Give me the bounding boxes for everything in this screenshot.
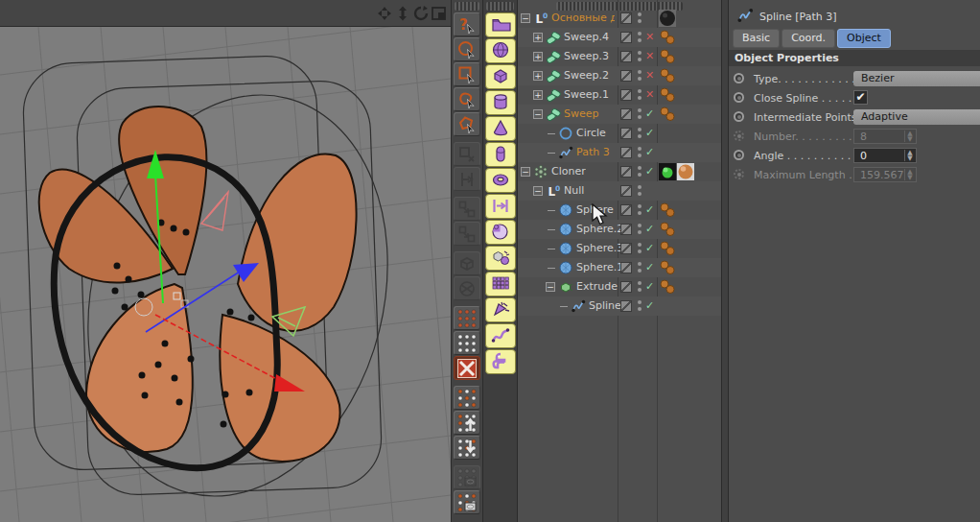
panel-splitter[interactable] xyxy=(721,0,729,522)
disabled-x-icon[interactable]: ✕ xyxy=(645,88,654,101)
visibility-dots-icon[interactable] xyxy=(638,12,642,24)
help-tool[interactable]: ? xyxy=(454,12,480,36)
visibility-dots-icon[interactable] xyxy=(638,70,642,82)
workplane-mode-tool[interactable] xyxy=(454,386,480,410)
points-mode-tool[interactable] xyxy=(454,306,480,330)
expand-toggle-icon[interactable]: − xyxy=(533,186,543,196)
object-label[interactable]: Spline xyxy=(589,299,621,312)
tab-object[interactable]: Object xyxy=(837,29,891,48)
adaptive-dropdown[interactable]: Adaptive xyxy=(853,109,980,125)
layer-toggle-icon[interactable] xyxy=(620,70,632,82)
viewport-canvas[interactable] xyxy=(0,27,451,522)
enabled-check-icon[interactable]: ✓ xyxy=(645,299,654,312)
visibility-dots-icon[interactable] xyxy=(638,224,642,235)
expand-toggle-icon[interactable]: + xyxy=(533,52,543,61)
visibility-dots-icon[interactable] xyxy=(638,32,642,43)
visibility-dots-icon[interactable] xyxy=(638,89,642,101)
object-label[interactable]: Sweep.2 xyxy=(564,69,609,82)
object-label[interactable]: Sphere.3 xyxy=(576,242,623,254)
object-row-Sphere.1[interactable]: Sphere.1✓ xyxy=(518,258,721,277)
visibility-dots-icon[interactable] xyxy=(638,300,642,312)
texture-mode-tool[interactable] xyxy=(454,356,480,380)
material-thumb-tag-icon[interactable] xyxy=(677,163,694,180)
torus-palette-item[interactable] xyxy=(485,168,516,193)
object-row-Cloner[interactable]: −Cloner✓ xyxy=(518,162,721,181)
object-label[interactable]: Sphere.1 xyxy=(576,261,623,273)
rectangle-selection-tool[interactable] xyxy=(454,62,480,86)
object-row-Sweep.2[interactable]: +Sweep.2✕ xyxy=(518,66,721,85)
palette-grip[interactable] xyxy=(486,2,514,11)
raise-selection-tool[interactable] xyxy=(454,411,480,435)
enabled-check-icon[interactable]: ✓ xyxy=(645,280,654,293)
align-spline-palette-item[interactable] xyxy=(485,194,516,219)
expand-toggle-icon[interactable]: − xyxy=(521,167,530,177)
tab-coord[interactable]: Coord. xyxy=(782,29,835,48)
visibility-dots-icon[interactable] xyxy=(638,108,642,120)
object-row-Sweep[interactable]: −Sweep✓ xyxy=(518,105,721,124)
enabled-check-icon[interactable]: ✓ xyxy=(645,127,654,139)
object-label[interactable]: Sweep.4 xyxy=(564,31,609,43)
toolbar-grip[interactable] xyxy=(455,2,479,11)
visibility-dots-icon[interactable] xyxy=(638,166,642,178)
keyframe-circle-icon[interactable] xyxy=(734,92,744,103)
object-row-Sphere.2[interactable]: Sphere.2✓ xyxy=(518,220,721,239)
object-row-Null[interactable]: −L0Null xyxy=(518,181,721,201)
orange-pair-tag-icon[interactable] xyxy=(659,221,676,238)
layer-toggle-icon[interactable] xyxy=(620,281,632,293)
array-palette-item[interactable] xyxy=(485,272,516,297)
orange-pair-tag-icon[interactable] xyxy=(659,48,676,65)
object-label[interactable]: Extrude xyxy=(576,280,618,293)
object-label[interactable]: Path 3 xyxy=(576,146,610,158)
enabled-check-icon[interactable]: ✓ xyxy=(645,203,654,216)
green-thumb-tag-icon[interactable] xyxy=(659,163,676,180)
expand-toggle-icon[interactable]: + xyxy=(533,33,543,42)
lower-selection-tool[interactable] xyxy=(454,436,480,460)
layer-toggle-icon[interactable] xyxy=(620,147,632,158)
cone-palette-item[interactable] xyxy=(485,116,516,141)
orange-pair-tag-icon[interactable] xyxy=(659,106,676,123)
object-row-Sweep.4[interactable]: +Sweep.4✕ xyxy=(518,28,721,47)
metaball-palette-item[interactable] xyxy=(485,220,516,245)
enabled-check-icon[interactable]: ✓ xyxy=(645,223,654,235)
stepper-arrows-icon[interactable]: ▲▼ xyxy=(904,150,915,161)
object-label[interactable]: Sweep.1 xyxy=(564,88,609,101)
visibility-dots-icon[interactable] xyxy=(638,262,642,273)
enabled-check-icon[interactable]: ✓ xyxy=(645,242,654,254)
layer-toggle-icon[interactable] xyxy=(620,12,632,24)
tab-basic[interactable]: Basic xyxy=(733,29,780,48)
lasso-selection-tool[interactable] xyxy=(454,87,480,111)
object-row--[interactable]: −L0Основные ду xyxy=(518,9,721,28)
close-spline-checkbox[interactable]: ✔ xyxy=(853,90,868,105)
layer-toggle-icon[interactable] xyxy=(620,32,632,43)
orange-pair-tag-icon[interactable] xyxy=(659,29,676,46)
orange-pair-tag-icon[interactable] xyxy=(659,202,676,219)
enabled-check-icon[interactable]: ✓ xyxy=(645,261,654,273)
disabled-x-icon[interactable]: ✕ xyxy=(645,31,654,43)
object-row-Sweep.3[interactable]: +Sweep.3✕ xyxy=(518,47,721,66)
object-row-Sweep.1[interactable]: +Sweep.1✕ xyxy=(518,85,721,105)
toggle-panel-icon[interactable] xyxy=(431,5,448,22)
sphere-palette-item[interactable] xyxy=(485,38,516,63)
orange-pair-tag-icon[interactable] xyxy=(659,240,676,257)
edges-mode-tool[interactable] xyxy=(454,331,480,355)
layer-toggle-icon[interactable] xyxy=(620,262,632,273)
layer-toggle-icon[interactable] xyxy=(620,243,632,254)
layer-toggle-icon[interactable] xyxy=(620,224,632,235)
keyframe-circle-icon[interactable] xyxy=(734,111,744,122)
object-label[interactable]: Cloner xyxy=(551,165,586,178)
rotate-view-icon[interactable] xyxy=(412,5,430,22)
keyframe-circle-icon[interactable] xyxy=(734,150,744,160)
number-field[interactable]: 0▲▼ xyxy=(853,148,917,163)
spline-wrap-palette-item[interactable] xyxy=(485,323,516,348)
object-properties-header[interactable]: Object Properties xyxy=(729,50,980,66)
object-label[interactable]: Circle xyxy=(576,127,606,139)
object-label[interactable]: Sweep.3 xyxy=(564,50,609,62)
visibility-dots-icon[interactable] xyxy=(638,147,642,158)
cube-palette-item[interactable] xyxy=(485,64,516,89)
expand-toggle-icon[interactable]: + xyxy=(533,90,543,100)
jet-palette-item[interactable] xyxy=(485,297,516,322)
polygon-selection-tool[interactable] xyxy=(454,112,480,136)
python-palette-item[interactable] xyxy=(485,349,516,374)
visibility-dots-icon[interactable] xyxy=(638,185,642,197)
object-row-Path-3[interactable]: Path 3✓ xyxy=(518,143,721,162)
